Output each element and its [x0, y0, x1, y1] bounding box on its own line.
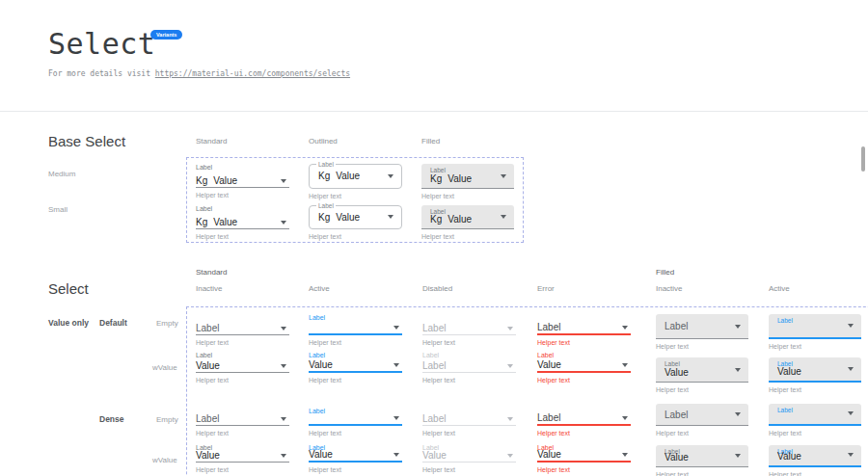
- select-control[interactable]: Label: [656, 404, 748, 426]
- dropdown-arrow-icon: [393, 326, 399, 330]
- select-placeholder: Label: [537, 322, 560, 333]
- select-control[interactable]: Label Value: [656, 357, 748, 383]
- select-value: Value: [537, 359, 561, 371]
- select-value: Value: [309, 359, 333, 371]
- scrollbar-thumb[interactable]: [861, 146, 865, 172]
- divider: [0, 111, 868, 112]
- variants-badge: Variants: [150, 30, 182, 40]
- description-link[interactable]: https://material-ui.com/components/selec…: [155, 69, 350, 78]
- standard-select-inactive-wvalue: Label Value Helper text: [196, 352, 289, 383]
- dropdown-arrow-icon: [281, 454, 286, 458]
- dropdown-arrow-icon: [388, 215, 393, 219]
- select-control[interactable]: Label KgValue: [421, 164, 514, 189]
- dropdown-arrow-icon: [622, 453, 628, 457]
- column-header-filled: Filled: [421, 137, 440, 145]
- floating-label-slot: [196, 314, 289, 323]
- select-control[interactable]: [309, 323, 402, 335]
- select-control[interactable]: Label: [196, 415, 289, 426]
- dropdown-arrow-icon: [507, 454, 513, 458]
- filled-select-inactive-empty: Label Helper text: [656, 314, 748, 350]
- floating-label: Label: [309, 408, 402, 415]
- helper-text: Helper text: [309, 339, 402, 346]
- dropdown-arrow-icon: [281, 364, 286, 368]
- select-control[interactable]: Kg Value: [196, 173, 289, 188]
- select-control[interactable]: Value: [537, 360, 631, 373]
- select-control[interactable]: Value: [196, 360, 289, 373]
- helper-text: Helper text: [196, 192, 289, 198]
- standard-select-error-empty: Label Helper text: [537, 314, 631, 346]
- dropdown-arrow-icon: [735, 368, 741, 372]
- select-control[interactable]: Label KgValue: [309, 205, 402, 229]
- dropdown-arrow-icon: [281, 179, 286, 183]
- select-adornment: Kg: [430, 214, 442, 225]
- dropdown-arrow-icon: [735, 412, 741, 416]
- select-control[interactable]: Label: [422, 360, 516, 373]
- helper-text: Helper text: [537, 377, 631, 383]
- dropdown-arrow-icon: [393, 453, 399, 457]
- row-label-empty: Empty: [156, 319, 178, 328]
- select-placeholder: Label: [665, 404, 688, 425]
- select-control[interactable]: Label: [422, 323, 516, 335]
- select-control[interactable]: Label: [422, 415, 516, 426]
- dropdown-arrow-icon: [393, 416, 399, 420]
- helper-text: Helper text: [769, 343, 861, 350]
- group-header-standard: Standard: [196, 268, 227, 277]
- select-adornment: Kg: [196, 217, 207, 228]
- select-value: KgValue: [318, 212, 360, 223]
- select-control[interactable]: Value: [422, 452, 516, 463]
- dropdown-arrow-icon: [735, 454, 741, 458]
- select-control[interactable]: Label Value: [769, 445, 861, 467]
- select-value: KgValue: [430, 214, 472, 225]
- helper-text: Helper text: [656, 471, 748, 476]
- floating-label: Label: [665, 360, 680, 367]
- helper-text: Helper text: [769, 386, 861, 393]
- select-value: Value: [665, 367, 689, 378]
- select-control[interactable]: Kg Value: [196, 215, 289, 229]
- select-value: Value: [422, 450, 447, 462]
- base-outlined-select-small: Label KgValue Helper text: [309, 205, 402, 240]
- helper-text: Helper text: [309, 193, 402, 199]
- select-control[interactable]: Label: [537, 415, 631, 426]
- select-placeholder: Label: [537, 412, 560, 424]
- select-control[interactable]: Label KgValue: [421, 205, 514, 229]
- select-value: Value: [213, 217, 237, 228]
- select-value: Value: [213, 175, 237, 187]
- floating-label: Label: [316, 161, 336, 168]
- select-adornment: Kg: [318, 171, 330, 181]
- select-value: Value: [777, 451, 801, 462]
- select-control[interactable]: Value: [309, 360, 402, 373]
- dropdown-arrow-icon: [848, 324, 854, 328]
- base-outlined-select-medium: Label KgValue Helper text: [309, 164, 402, 199]
- select-value: Value: [196, 360, 220, 372]
- floating-label: Label: [196, 352, 289, 360]
- filled-select-dense-inactive-empty: Label Helper text: [656, 404, 748, 436]
- select-control[interactable]: Label: [656, 314, 748, 339]
- select-placeholder: Label: [665, 314, 688, 338]
- select-control[interactable]: [309, 415, 402, 426]
- dropdown-arrow-icon: [281, 327, 286, 331]
- helper-text: Helper text: [656, 386, 748, 393]
- select-control[interactable]: Label: [769, 404, 861, 426]
- base-filled-select-small: Label KgValue Helper text: [421, 205, 514, 240]
- select-control[interactable]: Label KgValue: [309, 164, 402, 189]
- select-control[interactable]: Value: [537, 452, 631, 463]
- dropdown-arrow-icon: [622, 326, 628, 330]
- floating-label: Label: [196, 164, 289, 173]
- description: For more details visit https://material-…: [48, 69, 350, 78]
- helper-text: Helper text: [769, 430, 861, 436]
- select-control[interactable]: Value: [309, 452, 402, 463]
- dropdown-arrow-icon: [281, 417, 286, 421]
- select-control[interactable]: Label Value: [769, 357, 861, 383]
- select-control[interactable]: Value: [196, 452, 289, 463]
- row-label-wvalue: wValue: [152, 456, 177, 464]
- select-control[interactable]: Label: [769, 314, 861, 339]
- helper-text: Helper text: [656, 430, 748, 436]
- standard-select-disabled-wvalue: Label Label Helper text: [422, 352, 516, 383]
- select-control[interactable]: Label: [537, 323, 631, 335]
- select-value: Value: [665, 452, 689, 463]
- select-control[interactable]: Label Value: [656, 445, 748, 467]
- standard-select-dense-inactive-wvalue: Label Value Helper text: [196, 444, 289, 473]
- select-value: Value: [309, 449, 333, 461]
- select-control[interactable]: Label: [196, 323, 289, 335]
- helper-text: Helper text: [537, 430, 631, 436]
